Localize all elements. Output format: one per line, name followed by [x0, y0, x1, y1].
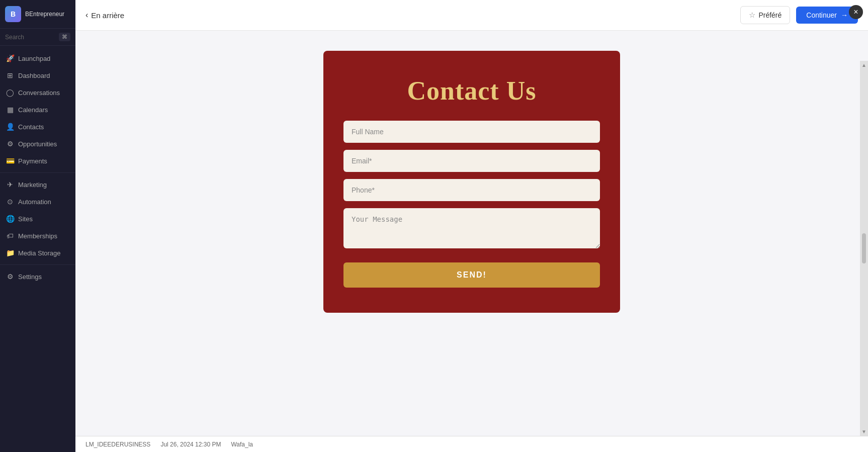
send-button[interactable]: SEND! [343, 262, 600, 288]
sidebar-item-label: Marketing [18, 181, 47, 189]
header-right-actions: ☆ Préféré Continuer → [740, 6, 858, 24]
sidebar-item-payments[interactable]: 💳 Payments [0, 152, 75, 169]
scroll-thumb [862, 233, 866, 263]
memberships-icon: 🏷 [6, 232, 14, 240]
send-label: SEND! [457, 270, 487, 279]
scrollbar[interactable]: ▲ ▼ [860, 61, 868, 436]
sidebar-item-label: Calendars [18, 106, 48, 114]
sidebar-item-conversations[interactable]: ◯ Conversations [0, 84, 75, 101]
sidebar-search-bar[interactable]: ⌘ [0, 29, 75, 46]
sidebar-item-label: Memberships [18, 232, 57, 240]
continue-arrow-icon: → [841, 11, 848, 19]
modal-container: ‹ En arrière ☆ Préféré Continuer → [75, 0, 868, 452]
back-label: En arrière [91, 11, 124, 20]
sidebar: B BEntrepreneur ⌘ 🚀 Launchpad ⊞ Dashboar… [0, 0, 75, 452]
search-input[interactable] [5, 34, 56, 41]
phone-group [343, 179, 600, 201]
dashboard-icon: ⊞ [6, 71, 14, 79]
close-button[interactable]: × [849, 5, 863, 19]
bottom-folder: LM_IDEEDERUSINESS [85, 441, 150, 448]
phone-input[interactable] [343, 179, 600, 201]
bottom-user: Wafa_la [231, 441, 253, 448]
sidebar-item-sites[interactable]: 🌐 Sites [0, 210, 75, 227]
message-textarea[interactable] [343, 208, 600, 248]
contacts-icon: 👤 [6, 123, 14, 131]
modal-overlay: ‹ En arrière ☆ Préféré Continuer → [75, 0, 868, 452]
email-input[interactable] [343, 150, 600, 172]
continue-button[interactable]: Continuer → [796, 7, 858, 24]
sites-icon: 🌐 [6, 215, 14, 223]
sidebar-item-calendars[interactable]: ▦ Calendars [0, 101, 75, 118]
contact-form-title: Contact Us [343, 76, 600, 106]
sidebar-item-memberships[interactable]: 🏷 Memberships [0, 227, 75, 244]
sidebar-item-marketing[interactable]: ✈ Marketing [0, 176, 75, 193]
sidebar-item-label: Payments [18, 157, 47, 165]
bottom-bar: LM_IDEEDERUSINESS Jul 26, 2024 12:30 PM … [75, 436, 868, 452]
launchpad-icon: 🚀 [6, 54, 14, 62]
settings-icon: ⚙ [6, 273, 14, 281]
contact-card: Contact Us SEND! [323, 51, 620, 313]
conversations-icon: ◯ [6, 88, 14, 97]
sidebar-item-label: Opportunities [18, 140, 57, 148]
nav-divider-2 [0, 264, 75, 265]
bottom-timestamp: Jul 26, 2024 12:30 PM [160, 441, 221, 448]
media-storage-icon: 📁 [6, 249, 14, 257]
sidebar-item-settings[interactable]: ⚙ Settings [0, 268, 75, 285]
opportunities-icon: ⚙ [6, 140, 14, 148]
sidebar-nav: 🚀 Launchpad ⊞ Dashboard ◯ Conversations … [0, 46, 75, 452]
scroll-down-icon[interactable]: ▼ [861, 429, 866, 434]
sidebar-logo: B [5, 6, 21, 22]
close-icon: × [853, 8, 858, 17]
sidebar-item-label: Settings [18, 273, 42, 281]
nav-divider [0, 172, 75, 173]
continue-label: Continuer [806, 11, 837, 19]
payments-icon: 💳 [6, 157, 14, 165]
sidebar-item-dashboard[interactable]: ⊞ Dashboard [0, 67, 75, 84]
sidebar-item-label: Automation [18, 198, 51, 206]
main-area: ‹ En arrière ☆ Préféré Continuer → [75, 0, 868, 452]
modal-body: ▲ ▼ Contact Us [75, 31, 868, 452]
calendars-icon: ▦ [6, 106, 14, 114]
email-group [343, 150, 600, 172]
sidebar-item-launchpad[interactable]: 🚀 Launchpad [0, 50, 75, 67]
sidebar-item-label: Launchpad [18, 55, 50, 62]
star-icon: ☆ [749, 11, 755, 20]
prefer-button[interactable]: ☆ Préféré [740, 6, 790, 24]
back-button[interactable]: ‹ En arrière [85, 11, 124, 20]
sidebar-item-opportunities[interactable]: ⚙ Opportunities [0, 135, 75, 152]
back-arrow-icon: ‹ [85, 11, 88, 20]
sidebar-item-label: Contacts [18, 123, 44, 131]
sidebar-item-media-storage[interactable]: 📁 Media Storage [0, 244, 75, 261]
message-group [343, 208, 600, 250]
scroll-up-icon[interactable]: ▲ [861, 62, 866, 68]
full-name-input[interactable] [343, 121, 600, 143]
sidebar-brand-name: BEntrepreneur [25, 11, 64, 18]
prefer-label: Préféré [758, 11, 782, 19]
search-button[interactable]: ⌘ [59, 33, 70, 41]
modal-header: ‹ En arrière ☆ Préféré Continuer → [75, 0, 868, 31]
sidebar-item-automation[interactable]: ⊙ Automation [0, 193, 75, 210]
marketing-icon: ✈ [6, 180, 14, 189]
sidebar-item-label: Dashboard [18, 72, 50, 79]
sidebar-item-label: Media Storage [18, 249, 61, 257]
sidebar-item-label: Sites [18, 215, 33, 223]
sidebar-item-label: Conversations [18, 89, 60, 97]
full-name-group [343, 121, 600, 143]
sidebar-item-contacts[interactable]: 👤 Contacts [0, 118, 75, 135]
automation-icon: ⊙ [6, 198, 14, 206]
sidebar-header: B BEntrepreneur [0, 0, 75, 29]
